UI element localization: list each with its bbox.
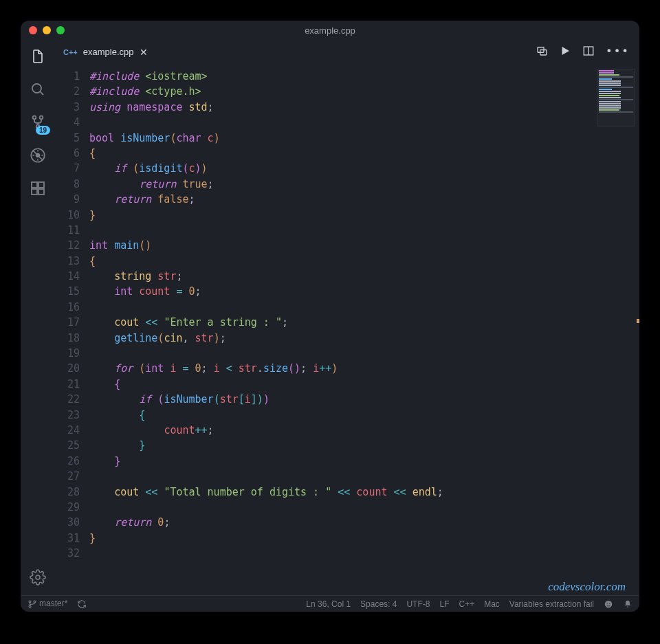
code-line[interactable]: { <box>89 146 639 161</box>
code-line[interactable]: count++; <box>89 423 639 438</box>
encoding[interactable]: UTF-8 <box>406 599 430 609</box>
line-number: 27 <box>55 469 80 484</box>
code-line[interactable] <box>89 546 639 561</box>
code-line[interactable]: #include <ctype.h> <box>89 84 639 99</box>
line-number: 15 <box>55 284 80 299</box>
eol[interactable]: LF <box>439 599 449 609</box>
titlebar: example.cpp <box>21 21 639 40</box>
line-number: 5 <box>55 131 80 146</box>
window-title: example.cpp <box>21 25 639 36</box>
scm-badge: 19 <box>36 126 50 135</box>
line-number: 21 <box>55 377 80 392</box>
status-message[interactable]: Variables extraction fail <box>509 599 594 609</box>
search-icon[interactable] <box>28 80 47 99</box>
code-line[interactable]: string str; <box>89 269 639 284</box>
code-editor[interactable]: 1234567891011121314151617181920212223242… <box>55 65 639 595</box>
svg-point-0 <box>32 84 41 93</box>
source-control-icon[interactable]: 19 <box>28 113 47 132</box>
code-line[interactable] <box>89 223 639 238</box>
code-line[interactable]: cout << "Enter a string : "; <box>89 315 639 330</box>
indentation[interactable]: Spaces: 4 <box>360 599 397 609</box>
code-line[interactable]: if (isdigit(c)) <box>89 161 639 176</box>
svg-point-2 <box>33 116 36 120</box>
line-number: 12 <box>55 238 80 253</box>
code-line[interactable] <box>89 500 639 515</box>
line-number: 3 <box>55 100 80 115</box>
code-line[interactable]: getline(cin, str); <box>89 331 639 346</box>
line-number: 6 <box>55 146 80 161</box>
line-number: 10 <box>55 208 80 223</box>
code-line[interactable]: return false; <box>89 192 639 207</box>
code-line[interactable] <box>89 115 639 130</box>
code-line[interactable]: cout << "Total number of digits : " << c… <box>89 485 639 500</box>
code-line[interactable] <box>89 469 639 484</box>
overview-ruler-mark <box>637 319 639 323</box>
line-number: 4 <box>55 115 80 130</box>
line-number: 25 <box>55 438 80 453</box>
find-replace-icon[interactable] <box>536 45 548 60</box>
code-line[interactable]: } <box>89 208 639 223</box>
line-number: 32 <box>55 546 80 561</box>
debug-icon[interactable] <box>28 146 47 165</box>
svg-point-11 <box>36 575 40 579</box>
line-number: 2 <box>55 84 80 99</box>
code-line[interactable]: bool isNumber(char c) <box>89 131 639 146</box>
line-number: 8 <box>55 177 80 192</box>
code-line[interactable]: #include <iostream> <box>89 69 639 84</box>
code-line[interactable] <box>89 346 639 361</box>
svg-point-19 <box>605 601 613 608</box>
tab-example-cpp[interactable]: C++ example.cpp ✕ <box>55 40 156 65</box>
line-number: 23 <box>55 408 80 423</box>
editor-actions: ••• <box>536 45 639 60</box>
run-icon[interactable] <box>559 45 571 60</box>
code-line[interactable]: int main() <box>89 238 639 253</box>
line-number: 17 <box>55 315 80 330</box>
line-number: 14 <box>55 269 80 284</box>
code-content[interactable]: #include <iostream>#include <ctype.h>usi… <box>89 65 639 595</box>
code-line[interactable] <box>89 300 639 315</box>
code-line[interactable]: return true; <box>89 177 639 192</box>
code-line[interactable]: return 0; <box>89 515 639 530</box>
cursor-position[interactable]: Ln 36, Col 1 <box>306 599 351 609</box>
code-line[interactable]: if (isNumber(str[i])) <box>89 392 639 407</box>
extensions-icon[interactable] <box>28 179 47 198</box>
svg-line-1 <box>40 91 43 95</box>
watermark: codevscolor.com <box>548 580 626 594</box>
code-line[interactable]: } <box>89 438 639 453</box>
code-line[interactable]: for (int i = 0; i < str.size(); i++) <box>89 361 639 376</box>
explorer-icon[interactable] <box>28 47 47 66</box>
svg-point-3 <box>40 116 43 120</box>
editor-window: example.cpp 19 <box>21 21 639 612</box>
editor-group: C++ example.cpp ✕ ••• <box>55 40 639 595</box>
more-actions-icon[interactable]: ••• <box>606 45 630 60</box>
settings-gear-icon[interactable] <box>28 568 47 587</box>
code-line[interactable]: } <box>89 454 639 469</box>
language-mode[interactable]: C++ <box>459 599 474 609</box>
svg-rect-7 <box>32 182 37 188</box>
line-number: 31 <box>55 531 80 546</box>
svg-point-18 <box>34 601 36 603</box>
line-number: 24 <box>55 423 80 438</box>
code-line[interactable]: } <box>89 531 639 546</box>
sync-icon[interactable] <box>77 599 87 609</box>
line-number: 18 <box>55 331 80 346</box>
line-number: 11 <box>55 223 80 238</box>
git-branch[interactable]: master* <box>28 599 67 609</box>
os-indicator[interactable]: Mac <box>484 599 500 609</box>
minimap[interactable] <box>597 69 635 126</box>
code-line[interactable]: { <box>89 408 639 423</box>
split-editor-icon[interactable] <box>582 45 595 60</box>
svg-rect-8 <box>32 189 37 195</box>
code-line[interactable]: { <box>89 254 639 269</box>
line-number: 22 <box>55 392 80 407</box>
close-tab-icon[interactable]: ✕ <box>140 47 148 58</box>
tabs-bar: C++ example.cpp ✕ ••• <box>55 40 639 65</box>
main-area: 19 C++ example.cpp ✕ <box>21 40 639 595</box>
tab-filename: example.cpp <box>83 47 134 57</box>
feedback-icon[interactable] <box>604 599 613 609</box>
code-line[interactable]: { <box>89 377 639 392</box>
notifications-icon[interactable] <box>623 599 632 609</box>
code-line[interactable]: int count = 0; <box>89 284 639 299</box>
svg-point-16 <box>29 601 31 603</box>
code-line[interactable]: using namespace std; <box>89 100 639 115</box>
